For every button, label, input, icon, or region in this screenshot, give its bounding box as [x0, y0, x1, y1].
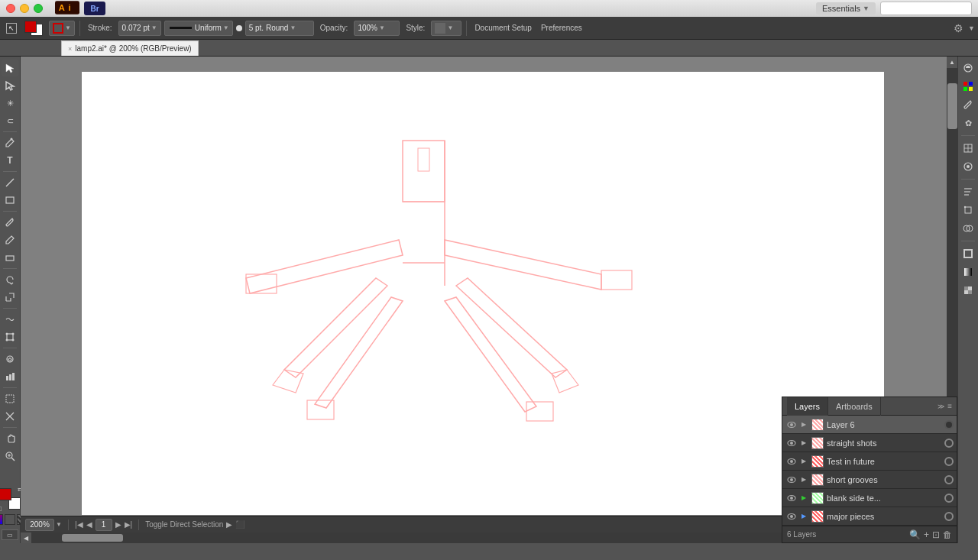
scroll-thumb-h[interactable]: [62, 534, 123, 542]
search-layers-button[interactable]: 🔍: [909, 529, 921, 540]
selection-tool[interactable]: [2, 60, 18, 76]
pathfinder-toggle[interactable]: [960, 220, 976, 237]
fill-stroke-indicator[interactable]: [23, 19, 44, 37]
magic-wand-tool[interactable]: ✳: [2, 95, 18, 112]
layer-visibility-toggle[interactable]: [785, 474, 798, 486]
layer-expand-toggle[interactable]: ▶: [799, 420, 808, 429]
color-mode-btn[interactable]: [0, 514, 3, 525]
maximize-button[interactable]: [34, 4, 43, 13]
stroke-panel-toggle[interactable]: [960, 245, 976, 262]
minimize-button[interactable]: [20, 4, 29, 13]
layer-visibility-toggle[interactable]: [785, 437, 798, 449]
toggle-stop-button[interactable]: ⬛: [235, 520, 244, 529]
tab-close[interactable]: ×: [68, 45, 72, 53]
doc-setup-button[interactable]: Document Setup: [471, 22, 535, 34]
style-selector[interactable]: ▼: [431, 21, 461, 36]
slice-tool[interactable]: [2, 408, 18, 425]
hand-tool[interactable]: [2, 430, 18, 447]
rectangle-tool[interactable]: [2, 192, 18, 209]
layer-row[interactable]: ▶ straight shots: [782, 434, 957, 452]
layer-row[interactable]: ▶ blank side te...: [782, 489, 957, 507]
nav-prev-button[interactable]: ◀: [86, 520, 92, 529]
opacity-selector[interactable]: 100% ▼: [354, 21, 400, 36]
gradient-mode-btn[interactable]: [5, 514, 15, 525]
layer-expand-toggle[interactable]: ▶: [799, 512, 808, 521]
pencil-tool[interactable]: [2, 231, 18, 248]
layer-expand-toggle[interactable]: ▶: [799, 439, 808, 448]
new-layer-button[interactable]: +: [924, 529, 929, 540]
graphic-styles-toggle[interactable]: [960, 140, 976, 157]
nav-next-button[interactable]: ▶: [115, 520, 121, 529]
document-tab[interactable]: × lamp2.ai* @ 200% (RGB/Preview): [61, 40, 199, 56]
direct-selection-tool[interactable]: [2, 77, 18, 94]
stroke-value-input[interactable]: 0.072 pt ▼: [118, 21, 161, 36]
color-panel-toggle[interactable]: [960, 60, 976, 76]
brush-size-selector[interactable]: 5 pt. Round ▼: [245, 21, 314, 36]
artboard-tool[interactable]: [2, 390, 18, 407]
layer-visibility-toggle[interactable]: [785, 419, 798, 431]
layer-expand-toggle[interactable]: ▶: [799, 457, 808, 466]
scale-tool[interactable]: [2, 289, 18, 306]
symbol-sprayer-tool[interactable]: ✿: [2, 351, 18, 367]
layer-target-circle[interactable]: [944, 475, 954, 484]
page-input[interactable]: [96, 519, 112, 531]
stroke-style-selector[interactable]: Uniform ▼: [164, 21, 233, 36]
screen-mode-btn[interactable]: ▭: [2, 529, 18, 540]
workspace-switcher[interactable]: Essentials ▼: [816, 2, 876, 15]
warp-tool[interactable]: [2, 311, 18, 328]
layers-menu-button[interactable]: ≡: [947, 402, 952, 410]
layer-expand-toggle[interactable]: ▶: [799, 475, 808, 484]
layer-expand-toggle[interactable]: ▶: [799, 494, 808, 503]
pen-tool[interactable]: [2, 134, 18, 151]
swatches-panel-toggle[interactable]: [960, 78, 976, 95]
fill-color[interactable]: [24, 21, 37, 33]
artboards-tab[interactable]: Artboards: [828, 397, 881, 416]
free-transform-tool[interactable]: [2, 329, 18, 345]
layer-target-circle[interactable]: [944, 439, 954, 448]
rotate-tool[interactable]: [2, 271, 18, 288]
zoom-dropdown-arrow[interactable]: ▼: [56, 521, 62, 528]
preferences-button[interactable]: Preferences: [538, 22, 585, 34]
layer-visibility-toggle[interactable]: [785, 455, 798, 468]
extras-arrow[interactable]: ▼: [968, 24, 975, 32]
scroll-left-button[interactable]: ◀: [21, 532, 31, 543]
appearance-toggle[interactable]: [960, 158, 976, 175]
scroll-thumb-v[interactable]: [947, 83, 957, 129]
default-colors-icon[interactable]: ◧: [0, 506, 2, 512]
bridge-icon[interactable]: Br: [84, 2, 105, 15]
layer-row[interactable]: ▶ major pieces: [782, 507, 957, 526]
brushes-panel-toggle[interactable]: [960, 96, 976, 113]
layer-target-circle[interactable]: [944, 420, 954, 429]
layer-row[interactable]: ▶ short grooves: [782, 471, 957, 489]
scroll-up-button[interactable]: ▲: [947, 57, 957, 68]
transform-toggle[interactable]: [960, 202, 976, 218]
layer-target-circle[interactable]: [944, 457, 954, 466]
layers-tab[interactable]: Layers: [787, 397, 828, 416]
move-to-layer-button[interactable]: ⊡: [932, 529, 940, 540]
line-tool[interactable]: [2, 174, 18, 191]
zoom-input[interactable]: [25, 519, 54, 531]
paintbrush-tool[interactable]: [2, 214, 18, 231]
zoom-tool[interactable]: [2, 448, 18, 465]
transparency-toggle[interactable]: [960, 282, 976, 299]
type-tool[interactable]: T: [2, 152, 18, 169]
gradient-panel-toggle[interactable]: [960, 264, 976, 280]
layers-collapse-all-button[interactable]: ≫: [938, 403, 944, 410]
toggle-play-button[interactable]: ▶: [226, 520, 232, 529]
layer-row[interactable]: ▶ Test in future: [782, 452, 957, 471]
nav-last-button[interactable]: ▶|: [125, 520, 133, 529]
align-toggle[interactable]: [960, 183, 976, 200]
nav-first-button[interactable]: |◀: [75, 520, 83, 529]
fill-swatch[interactable]: [0, 488, 11, 500]
close-button[interactable]: [6, 4, 15, 13]
zoom-control[interactable]: ▼: [25, 519, 62, 531]
eraser-tool[interactable]: [2, 249, 18, 266]
stroke-box-toggle[interactable]: ▼: [49, 21, 75, 36]
layer-target-circle[interactable]: [944, 512, 954, 521]
layer-target-circle[interactable]: [944, 494, 954, 503]
symbols-panel-toggle[interactable]: ✿: [960, 115, 976, 131]
layer-visibility-toggle[interactable]: [785, 510, 798, 523]
layer-row[interactable]: ▶ Layer 6: [782, 416, 957, 434]
graph-tool[interactable]: [2, 368, 18, 385]
delete-layer-button[interactable]: 🗑: [943, 529, 952, 540]
